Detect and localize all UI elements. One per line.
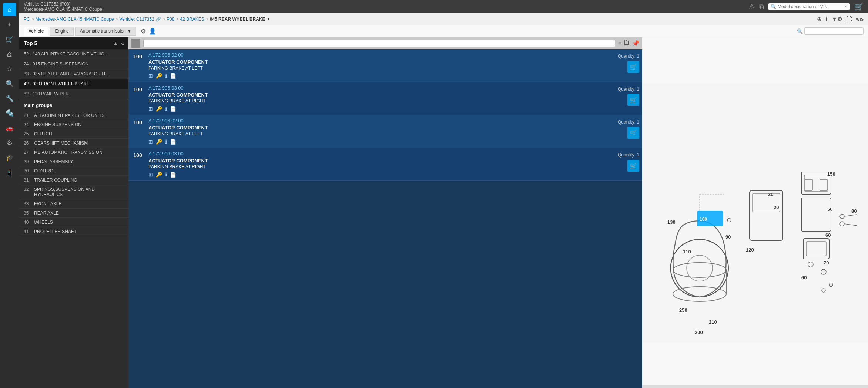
tab-vehicle[interactable]: Vehicle xyxy=(24,27,48,36)
top5-item-2[interactable]: 24 - 015 ENGINE SUSPENSION xyxy=(19,59,128,69)
nav-wrench[interactable]: 🔩 xyxy=(3,107,16,120)
svg-text:60: 60 xyxy=(825,232,831,238)
svg-text:200: 200 xyxy=(695,330,703,335)
panel-header-icons: ▲ « xyxy=(113,40,124,46)
part-doc-icon-3[interactable]: 📄 xyxy=(170,139,176,145)
wis-btn[interactable]: WIS xyxy=(856,17,864,21)
add-to-cart-1[interactable]: 🛒 xyxy=(627,61,639,73)
tab-action-settings[interactable]: ⚙ xyxy=(141,28,146,35)
group-35[interactable]: 35 REAR AXLE xyxy=(19,209,128,218)
part-info-icon-1[interactable]: ℹ xyxy=(165,73,167,79)
vehicle-info: Vehicle: C117352 (P08) Mercedes-AMG CLA … xyxy=(24,1,102,12)
group-33[interactable]: 33 FRONT AXLE xyxy=(19,199,128,209)
breadcrumb: PC > Mercedes-AMG CLA 45 4MATIC Coupe > … xyxy=(24,17,270,22)
part-action-icons-3: ⊞ 🔑 ℹ 📄 xyxy=(148,139,604,145)
nav-graduation[interactable]: 🎓 xyxy=(3,151,16,164)
part-key-icon-4[interactable]: 🔑 xyxy=(156,172,162,178)
nav-print[interactable]: 🖨 xyxy=(3,47,16,61)
part-table-icon-3[interactable]: ⊞ xyxy=(148,139,153,145)
add-to-cart-4[interactable]: 🛒 xyxy=(627,160,639,172)
toolbar-image-icon[interactable]: 🖼 xyxy=(624,40,630,47)
breadcrumb-bar: PC > Mercedes-AMG CLA 45 4MATIC Coupe > … xyxy=(19,13,868,25)
zoom-in-btn[interactable]: ⊕ xyxy=(817,16,822,23)
tab-engine[interactable]: Engine xyxy=(50,27,73,36)
main-groups-header: Main groups xyxy=(19,99,128,111)
cart-top-icon[interactable]: 🛒 xyxy=(854,2,864,11)
part-action-icons-4: ⊞ 🔑 ℹ 📄 xyxy=(148,172,604,178)
part-table-icon-2[interactable]: ⊞ xyxy=(148,106,153,112)
part-details-3: A 172 906 02 00 ACTUATOR COMPONENT PARKI… xyxy=(147,115,605,148)
parts-list: 100 A 172 906 02 00 ACTUATOR COMPONENT P… xyxy=(128,49,642,388)
top5-item-1[interactable]: 52 - 140 AIR INTAKE,GASOLINE VEHIC... xyxy=(19,49,128,59)
nav-home[interactable]: ⌂ xyxy=(3,3,16,16)
filter-btn[interactable]: ▼⚙ xyxy=(831,16,842,23)
part-details-4: A 172 906 03 00 ACTUATOR COMPONENT PARKI… xyxy=(147,148,605,180)
vin-search-input[interactable] xyxy=(778,4,842,9)
part-key-icon-1[interactable]: 🔑 xyxy=(156,73,162,79)
tab-auto-trans[interactable]: Automatic transmission ▼ xyxy=(75,27,136,36)
tab-search-input[interactable] xyxy=(804,27,864,35)
breadcrumb-pc[interactable]: PC xyxy=(24,17,30,22)
svg-text:80: 80 xyxy=(851,208,857,214)
part-table-icon-4[interactable]: ⊞ xyxy=(148,172,153,178)
nav-settings[interactable]: ⚙ xyxy=(3,136,16,149)
group-25[interactable]: 25 CLUTCH xyxy=(19,129,128,139)
group-27[interactable]: 27 MB AUTOMATIC TRANSMISSION xyxy=(19,148,128,157)
group-30[interactable]: 30 CONTROL xyxy=(19,166,128,176)
top5-item-5[interactable]: 82 - 120 PANE WIPER xyxy=(19,89,128,99)
nav-phone[interactable]: 📱 xyxy=(3,166,16,179)
group-40[interactable]: 40 WHEELS xyxy=(19,218,128,227)
part-table-icon-1[interactable]: ⊞ xyxy=(148,73,153,79)
tab-search-icon: 🔍 xyxy=(797,28,803,34)
nav-bookmark[interactable]: ☆ xyxy=(3,62,16,75)
top-bar: Vehicle: C117352 (P08) Mercedes-AMG CLA … xyxy=(19,0,868,13)
breadcrumb-model[interactable]: Mercedes-AMG CLA 45 4MATIC Coupe xyxy=(36,17,114,22)
breadcrumb-p08[interactable]: P08 xyxy=(167,17,174,22)
add-to-cart-3[interactable]: 🛒 xyxy=(627,127,639,139)
diagram-scrollbar[interactable] xyxy=(642,385,868,388)
toolbar-color-btn[interactable] xyxy=(131,39,140,48)
part-key-icon-3[interactable]: 🔑 xyxy=(156,139,162,145)
expand-btn[interactable]: ⛶ xyxy=(846,16,852,23)
group-31[interactable]: 31 TRAILER COUPLING xyxy=(19,176,128,185)
toolbar-pin-icon[interactable]: 📌 xyxy=(632,40,639,47)
nav-cart[interactable]: 🛒 xyxy=(3,33,16,46)
part-action-icons-1: ⊞ 🔑 ℹ 📄 xyxy=(148,73,604,79)
clear-search-icon[interactable]: ✕ xyxy=(844,4,848,9)
top5-item-3[interactable]: 83 - 035 HEATER AND EVAPORATOR H... xyxy=(19,69,128,79)
group-32[interactable]: 32 SPRINGS,SUSPENSION AND HYDRAULICS xyxy=(19,185,128,199)
part-info-icon-2[interactable]: ℹ xyxy=(165,106,167,112)
group-41[interactable]: 41 PROPELLER SHAFT xyxy=(19,227,128,236)
part-code-1: A 172 906 02 00 xyxy=(148,52,604,58)
part-info-icon-4[interactable]: ℹ xyxy=(165,172,167,178)
diagram-container[interactable]: 250 200 210 130 110 100 90 xyxy=(642,37,868,388)
part-desc-2: PARKING BRAKE AT RIGHT xyxy=(148,98,604,104)
copy-icon[interactable]: ⧉ xyxy=(759,3,764,11)
group-24[interactable]: 24 ENGINE SUSPENSION xyxy=(19,120,128,129)
breadcrumb-vehicle[interactable]: Vehicle: C117352 🔗 xyxy=(120,17,161,22)
nav-car[interactable]: 🚗 xyxy=(3,121,16,135)
group-29[interactable]: 29 PEDAL ASSEMBLY xyxy=(19,157,128,166)
part-doc-icon-1[interactable]: 📄 xyxy=(170,73,176,79)
group-21[interactable]: 21 ATTACHMENT PARTS FOR UNITS xyxy=(19,111,128,120)
toolbar-list-icon[interactable]: ≡ xyxy=(618,40,621,47)
nav-add[interactable]: + xyxy=(3,18,16,31)
part-doc-icon-4[interactable]: 📄 xyxy=(170,172,176,178)
panel-close-icon[interactable]: « xyxy=(121,40,124,46)
group-26[interactable]: 26 GEARSHIFT MECHANISM xyxy=(19,139,128,148)
breadcrumb-dropdown-icon[interactable]: ▼ xyxy=(267,17,271,21)
info-btn[interactable]: ℹ xyxy=(825,16,828,23)
part-doc-icon-2[interactable]: 📄 xyxy=(170,106,176,112)
part-info-icon-3[interactable]: ℹ xyxy=(165,139,167,145)
top5-item-4[interactable]: 42 - 030 FRONT WHEEL BRAKE xyxy=(19,79,128,89)
qty-label-1: Quantity: 1 xyxy=(618,54,639,59)
tab-action-person[interactable]: 👤 xyxy=(149,28,156,35)
part-code-3: A 172 906 02 00 xyxy=(148,118,604,124)
add-to-cart-2[interactable]: 🛒 xyxy=(627,94,639,106)
nav-search[interactable]: 🔍 xyxy=(3,77,16,90)
part-key-icon-2[interactable]: 🔑 xyxy=(156,106,162,112)
panel-collapse-icon[interactable]: ▲ xyxy=(113,40,118,46)
nav-tools[interactable]: 🔧 xyxy=(3,92,16,105)
breadcrumb-42brakes[interactable]: 42 BRAKES xyxy=(180,17,204,22)
alert-icon[interactable]: ⚠ xyxy=(749,3,755,11)
